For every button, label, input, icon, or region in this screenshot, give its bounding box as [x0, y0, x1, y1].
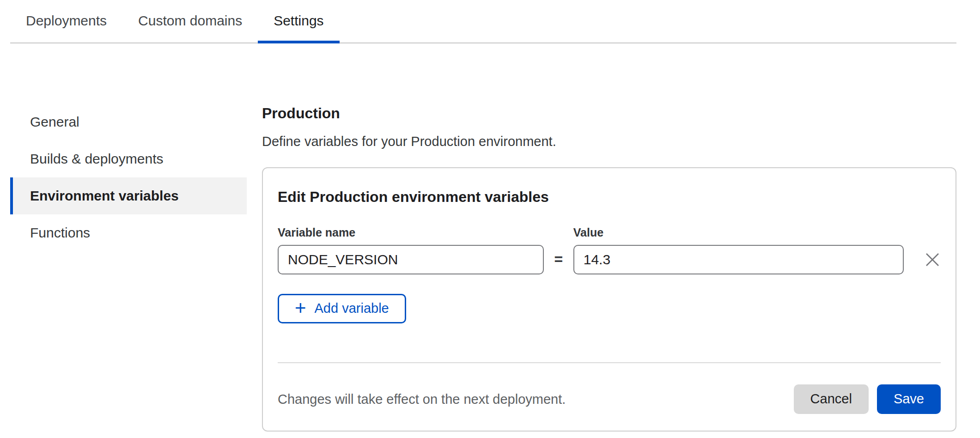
deployment-note: Changes will take effect on the next dep…	[278, 391, 566, 408]
main-content: Production Define variables for your Pro…	[262, 43, 956, 432]
save-button[interactable]: Save	[877, 384, 941, 414]
remove-variable-button[interactable]	[924, 251, 941, 268]
card-title: Edit Production environment variables	[278, 189, 941, 206]
cancel-button[interactable]: Cancel	[794, 384, 869, 414]
settings-sidebar: General Builds & deployments Environment…	[10, 103, 247, 251]
tab-custom-domains[interactable]: Custom domains	[122, 0, 258, 43]
tab-bar: Deployments Custom domains Settings	[10, 0, 956, 43]
tab-settings[interactable]: Settings	[258, 0, 339, 43]
equals-sign: =	[544, 245, 573, 274]
sidebar-item-functions[interactable]: Functions	[10, 214, 247, 251]
card-footer: Changes will take effect on the next dep…	[278, 384, 941, 414]
add-variable-label: Add variable	[315, 301, 389, 316]
sidebar-item-environment-variables[interactable]: Environment variables	[10, 177, 247, 214]
variable-name-input[interactable]	[278, 245, 544, 274]
x-icon	[924, 251, 941, 268]
variable-name-field: Variable name	[278, 226, 544, 274]
sidebar-item-builds-deployments[interactable]: Builds & deployments	[10, 140, 247, 177]
page-subtitle: Define variables for your Production env…	[262, 133, 956, 151]
footer-buttons: Cancel Save	[794, 384, 941, 414]
page-title: Production	[262, 106, 956, 121]
variable-value-field: Value	[573, 226, 904, 274]
environment-variables-card: Edit Production environment variables Va…	[262, 167, 956, 432]
settings-layout: General Builds & deployments Environment…	[0, 43, 980, 432]
variable-name-label: Variable name	[278, 226, 544, 239]
variable-row: Variable name = Value	[278, 226, 941, 274]
tab-deployments[interactable]: Deployments	[10, 0, 122, 43]
add-variable-button[interactable]: + Add variable	[278, 294, 406, 323]
variable-value-label: Value	[573, 226, 904, 239]
variable-value-input[interactable]	[573, 245, 904, 274]
card-divider	[278, 362, 941, 363]
sidebar-item-general[interactable]: General	[10, 103, 247, 140]
